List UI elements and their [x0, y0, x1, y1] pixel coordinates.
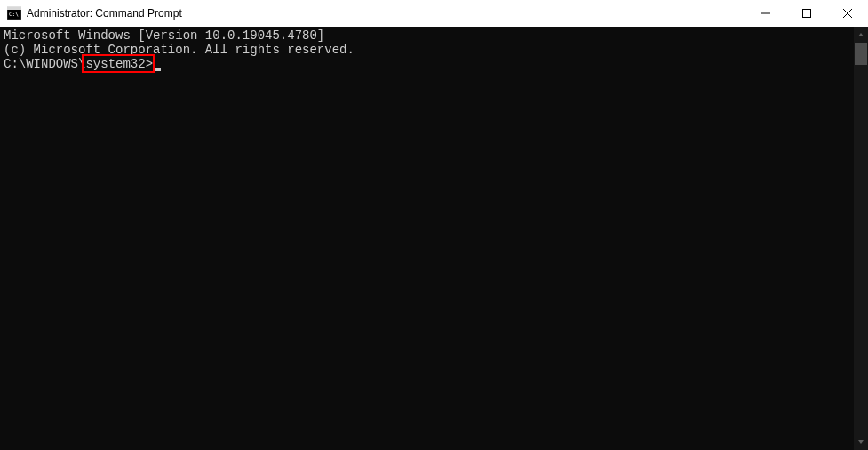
close-button[interactable] — [827, 0, 868, 27]
maximize-button[interactable] — [786, 0, 827, 27]
scrollbar-up-arrow[interactable] — [854, 27, 868, 43]
cmd-icon: C:\ — [7, 6, 21, 20]
svg-marker-8 — [858, 440, 864, 444]
scrollbar-down-arrow[interactable] — [854, 434, 868, 450]
scrollbar-thumb[interactable] — [855, 43, 867, 65]
app-window: C:\ Administrator: Command Prompt Micros… — [0, 0, 868, 450]
content-area: Microsoft Windows [Version 10.0.19045.47… — [0, 27, 868, 450]
window-title: Administrator: Command Prompt — [27, 7, 745, 20]
window-controls — [745, 0, 868, 27]
svg-marker-7 — [858, 33, 864, 36]
terminal-output-line: Microsoft Windows [Version 10.0.19045.47… — [4, 28, 850, 43]
svg-rect-1 — [7, 7, 21, 10]
terminal[interactable]: Microsoft Windows [Version 10.0.19045.47… — [0, 27, 854, 450]
terminal-prompt-line: C:\WINDOWS\system32> — [4, 57, 850, 71]
prompt-path-prefix: C:\WINDOWS\ — [4, 57, 85, 71]
vertical-scrollbar[interactable] — [854, 27, 868, 450]
minimize-button[interactable] — [745, 0, 786, 27]
titlebar[interactable]: C:\ Administrator: Command Prompt — [0, 0, 868, 27]
scrollbar-track[interactable] — [854, 43, 868, 434]
terminal-cursor — [154, 68, 161, 71]
prompt-path-highlighted: system32> — [85, 57, 153, 71]
terminal-output-line: (c) Microsoft Corporation. All rights re… — [4, 43, 850, 57]
svg-text:C:\: C:\ — [9, 11, 19, 17]
svg-rect-4 — [803, 10, 811, 18]
